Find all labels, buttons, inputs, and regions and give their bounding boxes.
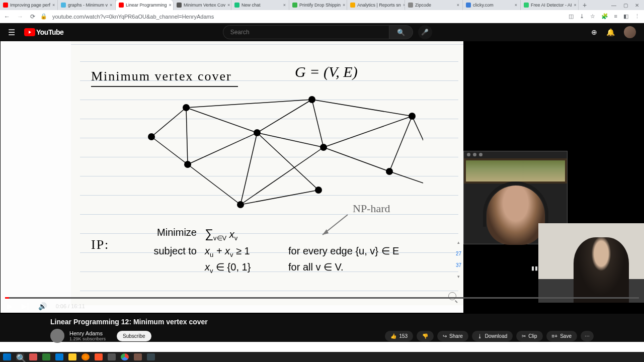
close-icon[interactable]: ×	[283, 3, 286, 8]
app-icon[interactable]	[29, 353, 37, 360]
chrome-icon[interactable]	[121, 353, 129, 360]
slide-navigator[interactable]: ▴ 27 37 ▾	[456, 240, 461, 279]
browser-tab[interactable]: clicky.com×	[463, 0, 521, 10]
extension-icon[interactable]: ≡	[614, 13, 617, 20]
subscribe-button[interactable]: Subscribe	[117, 331, 151, 341]
browser-tab[interactable]: Linear Programming×	[116, 0, 174, 10]
svg-line-12	[257, 133, 318, 190]
more-button[interactable]: ⋯	[581, 331, 594, 341]
svg-line-10	[257, 100, 312, 133]
close-icon[interactable]: ×	[457, 3, 459, 8]
favicon	[466, 3, 471, 8]
browser-tab[interactable]: Printify Drop Shippin×	[289, 0, 347, 10]
app-icon[interactable]	[42, 353, 50, 360]
ip-formulation: Minimize ∑v∈V xv subject to xu + xv ≥ 1 …	[145, 225, 429, 276]
svg-line-2	[186, 108, 188, 164]
browser-tab[interactable]: Free AI Detector - AI×	[521, 0, 579, 10]
tab-title: New chat	[242, 3, 261, 8]
clip-button[interactable]: ✂Clip	[516, 331, 542, 341]
channel-name[interactable]: Henry Adams	[69, 330, 106, 336]
maximize-icon[interactable]: ▢	[623, 3, 628, 8]
close-icon[interactable]: ×	[52, 3, 55, 8]
dislike-button[interactable]: 👎	[417, 331, 434, 341]
app-icon[interactable]	[134, 353, 142, 360]
browser-tab[interactable]: Zipcode×	[405, 0, 463, 10]
sidepanel-icon[interactable]: ◧	[623, 13, 628, 20]
extension-icon[interactable]: ◫	[569, 13, 574, 20]
start-icon[interactable]	[3, 353, 11, 360]
share-icon: ↪	[443, 333, 447, 339]
forward-icon[interactable]: →	[17, 13, 23, 20]
avatar[interactable]	[624, 26, 636, 38]
play-icon[interactable]: ▶	[7, 302, 13, 310]
brave-icon[interactable]	[95, 353, 103, 360]
back-icon[interactable]: ←	[4, 13, 10, 20]
ip-label: IP:	[91, 237, 109, 252]
new-tab-button[interactable]: +	[579, 1, 591, 9]
mic-icon: 🎤	[421, 29, 429, 36]
reload-icon[interactable]: ⟳	[30, 13, 35, 20]
svg-point-26	[320, 144, 327, 151]
close-icon[interactable]: ✕	[635, 3, 639, 8]
app-icon[interactable]	[147, 353, 155, 360]
svg-line-7	[240, 133, 257, 205]
thumbs-down-icon: 👎	[422, 333, 428, 339]
progress-bar[interactable]	[5, 297, 639, 299]
svg-line-13	[312, 100, 324, 147]
vscode-icon[interactable]	[55, 353, 63, 360]
video-content: Minimum vertex cover G = (V, E)	[1, 41, 463, 313]
next-icon[interactable]: ▶|	[22, 302, 29, 310]
download-icon: ⭳	[477, 333, 482, 339]
browser-tab[interactable]: Analytics | Reports sn×	[347, 0, 405, 10]
subscriber-count: 1.29K subscribers	[69, 336, 106, 341]
svg-point-24	[254, 129, 261, 136]
hamburger-icon[interactable]: ☰	[8, 28, 15, 37]
extensions-icon[interactable]: 🧩	[601, 13, 608, 20]
svg-line-4	[186, 100, 312, 108]
create-icon[interactable]: ⊕	[591, 28, 597, 36]
channel-avatar[interactable]	[50, 329, 64, 343]
close-icon[interactable]: ×	[169, 3, 172, 8]
video-title: Linear Programming 12: Minimum vertex co…	[50, 318, 594, 326]
menu-icon[interactable]: ⋮	[634, 13, 640, 20]
close-icon[interactable]: ×	[227, 3, 230, 8]
like-button[interactable]: 👍153	[385, 331, 413, 341]
close-icon[interactable]: ×	[343, 3, 345, 8]
close-icon[interactable]: ×	[515, 3, 517, 8]
save-button[interactable]: ≡+Save	[546, 331, 577, 341]
save-icon: ≡+	[552, 333, 558, 339]
browser-tab[interactable]: Improving page perf×	[0, 0, 58, 10]
tab-title: Printify Drop Shippin	[299, 3, 341, 8]
browser-tab[interactable]: graphs - Minimum v×	[58, 0, 116, 10]
svg-line-11	[257, 133, 324, 147]
youtube-logo[interactable]: YouTube	[24, 28, 63, 36]
download-button[interactable]: ⭳Download	[472, 331, 513, 341]
tab-title: Analytics | Reports sn	[357, 3, 401, 8]
notifications-icon[interactable]: 🔔	[606, 28, 615, 36]
close-icon[interactable]: ×	[110, 3, 112, 8]
search-input[interactable]	[223, 25, 389, 39]
firefox-icon[interactable]	[82, 353, 90, 360]
voice-search-button[interactable]: 🎤	[418, 25, 432, 39]
browser-tab[interactable]: Minimum Vertex Cov×	[174, 0, 231, 10]
app-icon[interactable]	[108, 353, 116, 360]
url-text[interactable]: youtube.com/watch?v=0knYqPR6aOU&ab_chann…	[52, 14, 564, 20]
favicon	[524, 3, 529, 8]
minimize-icon[interactable]: —	[611, 3, 616, 8]
thumbs-up-icon: 👍	[390, 333, 396, 339]
youtube-play-icon	[24, 28, 35, 36]
search-button[interactable]: 🔍	[389, 25, 413, 39]
share-button[interactable]: ↪Share	[437, 331, 468, 341]
browser-tab[interactable]: New chat×	[231, 0, 289, 10]
bookmark-icon[interactable]: ☆	[590, 13, 595, 20]
volume-icon[interactable]: 🔊	[38, 302, 47, 310]
search-icon[interactable]: 🔍	[16, 353, 24, 360]
chevron-up-icon[interactable]: ▴	[457, 240, 460, 245]
video-player[interactable]: Minimum vertex cover G = (V, E)	[0, 41, 644, 314]
explorer-icon[interactable]	[68, 353, 76, 360]
chevron-down-icon[interactable]: ▾	[457, 274, 460, 279]
close-icon[interactable]: ×	[574, 3, 577, 8]
favicon	[408, 3, 413, 8]
extension-icon[interactable]: ⤓	[580, 13, 584, 20]
svg-line-17	[389, 116, 412, 171]
